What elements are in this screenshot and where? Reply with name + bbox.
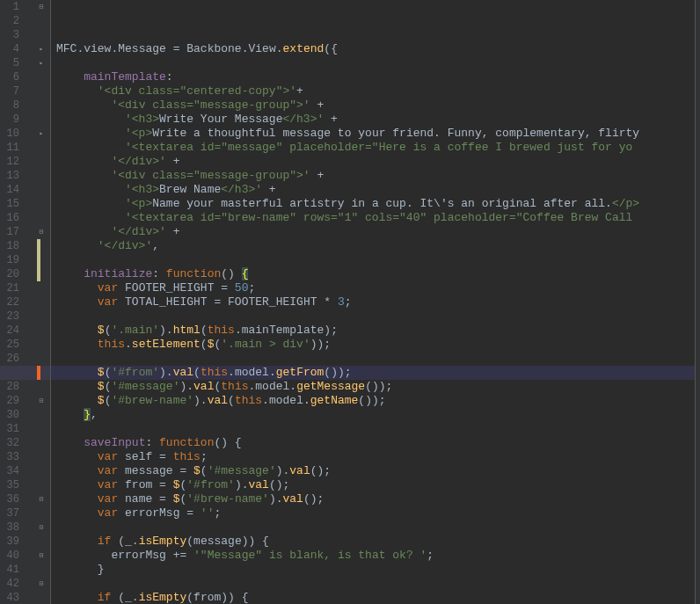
code-line[interactable]: '<div class="message-group">' + bbox=[56, 98, 695, 113]
token-fn: html bbox=[173, 324, 201, 337]
gutter-row: 23 bbox=[0, 309, 50, 324]
code-line[interactable]: var self = this; bbox=[56, 450, 695, 464]
line-number: 21 bbox=[0, 281, 21, 295]
line-number: 30 bbox=[0, 408, 21, 422]
token-str: '<div class="message-group">' bbox=[111, 169, 310, 182]
gutter-row: 36⊟ bbox=[0, 492, 50, 506]
code-line[interactable]: '<p>Write a thoughtful message to your f… bbox=[56, 127, 695, 141]
fold-toggle[interactable]: ⊟ bbox=[33, 397, 49, 405]
code-line[interactable]: MFC.view.Message = Backbone.View.extend(… bbox=[56, 42, 695, 56]
change-marker-current bbox=[37, 366, 40, 380]
code-line[interactable]: errorMsg += '"Message" is blank, is that… bbox=[56, 549, 695, 563]
code-line[interactable]: '<textarea id="brew-name" rows="1" cols=… bbox=[56, 211, 695, 225]
code-line[interactable]: '</div>' + bbox=[56, 225, 695, 239]
line-number: 23 bbox=[0, 309, 21, 324]
code-line[interactable]: initialize: function() { bbox=[56, 267, 695, 281]
code-line[interactable]: saveInput: function() { bbox=[56, 436, 695, 450]
code-line[interactable]: var TOTAL_HEIGHT = FOOTER_HEIGHT * 3; bbox=[56, 295, 695, 309]
fold-toggle[interactable]: ⊟ bbox=[33, 496, 49, 504]
token-punct: = bbox=[152, 450, 172, 463]
line-number: 31 bbox=[0, 422, 21, 436]
code-line[interactable]: if (_.isEmpty(message)) { bbox=[56, 535, 695, 549]
code-line[interactable] bbox=[56, 56, 695, 70]
scrollbar-minimap[interactable] bbox=[695, 0, 700, 604]
fold-toggle[interactable]: ⊟ bbox=[33, 229, 49, 237]
fold-toggle[interactable]: ▸ bbox=[33, 130, 49, 138]
token-punct: : bbox=[152, 267, 166, 280]
code-line[interactable]: this.setElement($('.main > div')); bbox=[56, 338, 695, 352]
code-line[interactable]: '<div class="message-group">' + bbox=[56, 169, 695, 183]
code-line[interactable] bbox=[56, 253, 695, 267]
line-number: 34 bbox=[0, 464, 21, 478]
gutter-row: 18 bbox=[0, 239, 50, 253]
fold-toggle[interactable]: ⊡ bbox=[33, 524, 49, 532]
code-area[interactable]: MFC.view.Message = Backbone.View.extend(… bbox=[51, 0, 695, 604]
token-punct: . bbox=[132, 535, 139, 548]
token-fn: val bbox=[249, 478, 269, 491]
code-line[interactable]: } bbox=[56, 563, 695, 577]
code-line[interactable]: $('#brew-name').val(this.model.getName()… bbox=[56, 394, 695, 408]
code-line[interactable]: var FOOTER_HEIGHT = 50; bbox=[56, 281, 695, 295]
code-line[interactable]: '<h3>Brew Name</h3>' + bbox=[56, 183, 695, 197]
code-line[interactable]: if (_.isEmpty(from)) { bbox=[56, 591, 695, 604]
token-punct: . bbox=[262, 394, 269, 407]
fold-open-icon: ⊟ bbox=[38, 552, 46, 560]
gutter[interactable]: 1⊟234▸5▸678910▸11121314151617⊟1819202122… bbox=[0, 0, 51, 604]
code-line[interactable]: $('#from').val(this.model.getFrom()); bbox=[56, 366, 695, 380]
code-line[interactable] bbox=[56, 422, 695, 436]
code-line[interactable]: '</div>' + bbox=[56, 155, 695, 169]
token-punct: + bbox=[166, 225, 180, 238]
token-ident: FOOTER_HEIGHT bbox=[125, 281, 214, 295]
gutter-row: 22 bbox=[0, 295, 50, 309]
token-kw: var bbox=[98, 450, 118, 463]
code-line[interactable]: var name = $('#brew-name').val(); bbox=[56, 492, 695, 506]
gutter-row: 28 bbox=[0, 380, 50, 394]
code-line[interactable]: '<div class="centered-copy">'+ bbox=[56, 84, 695, 98]
token-punct: ( bbox=[111, 591, 125, 604]
token-fn: $ bbox=[98, 366, 105, 379]
fold-toggle[interactable]: ⊟ bbox=[33, 552, 49, 560]
code-line[interactable]: var errorMsg = ''; bbox=[56, 506, 695, 520]
token-punct: ; bbox=[345, 295, 352, 309]
token-ident: _ bbox=[125, 591, 132, 604]
token-punct: = bbox=[173, 464, 193, 477]
code-line[interactable]: '<textarea id="message" placeholder="Her… bbox=[56, 141, 695, 155]
code-line[interactable] bbox=[56, 352, 695, 366]
code-line[interactable]: $('#message').val(this.model.getMessage(… bbox=[56, 380, 695, 394]
line-number: 19 bbox=[0, 253, 21, 267]
code-line[interactable]: mainTemplate: bbox=[56, 70, 695, 84]
line-number: 32 bbox=[0, 436, 21, 450]
code-line[interactable]: var message = $('#message').val(); bbox=[56, 464, 695, 478]
code-line[interactable]: var from = $('#from').val(); bbox=[56, 478, 695, 492]
token-punct: + bbox=[310, 98, 324, 112]
token-str: '#message' bbox=[111, 380, 179, 393]
code-line[interactable]: '</div>', bbox=[56, 239, 695, 253]
fold-toggle[interactable]: ⊟ bbox=[33, 4, 49, 11]
fold-toggle[interactable]: ⊡ bbox=[33, 580, 49, 588]
token-punct: ). bbox=[269, 492, 283, 506]
fold-toggle[interactable]: ▸ bbox=[33, 60, 49, 68]
code-line[interactable]: '<h3>Write Your Message</h3>' + bbox=[56, 113, 695, 127]
gutter-row: 33 bbox=[0, 450, 50, 464]
gutter-row: 20 bbox=[0, 267, 50, 281]
gutter-row: 15 bbox=[0, 197, 50, 211]
code-line[interactable] bbox=[56, 309, 695, 324]
token-punct bbox=[118, 506, 125, 520]
token-num: 50 bbox=[235, 281, 249, 295]
code-line[interactable]: '<p>Name your masterful artistry in a cu… bbox=[56, 197, 695, 211]
code-line[interactable]: }, bbox=[56, 408, 695, 422]
token-punct: = bbox=[214, 281, 234, 295]
fold-toggle[interactable]: ▸ bbox=[33, 46, 49, 54]
gutter-row: 41 bbox=[0, 563, 50, 577]
code-line[interactable] bbox=[56, 520, 695, 535]
token-prop: saveInput bbox=[84, 436, 145, 449]
token-punct: = bbox=[152, 478, 172, 491]
gutter-row: 24 bbox=[0, 324, 50, 338]
current-line-gutter-highlight bbox=[0, 366, 50, 380]
token-ident: TOTAL_HEIGHT bbox=[125, 295, 208, 309]
line-number: 43 bbox=[0, 591, 21, 604]
code-line[interactable] bbox=[56, 577, 695, 591]
code-line[interactable]: $('.main').html(this.mainTemplate); bbox=[56, 324, 695, 338]
line-number: 12 bbox=[0, 155, 21, 169]
token-punct: ). bbox=[276, 464, 290, 477]
